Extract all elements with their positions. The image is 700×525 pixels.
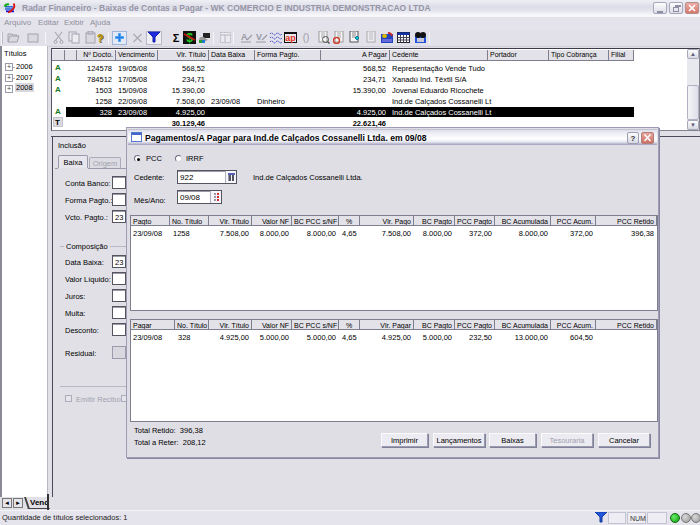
svg-text:ap: ap [285,33,296,43]
svg-text:A: A [241,32,248,42]
svg-text:V: V [256,32,262,42]
